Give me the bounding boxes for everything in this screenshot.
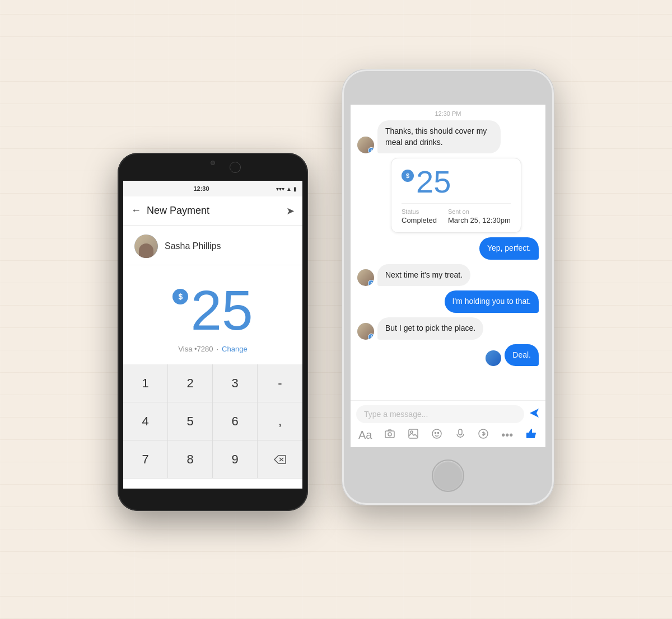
key-2[interactable]: 2 (168, 364, 213, 402)
like-icon[interactable] (525, 428, 538, 443)
camera (211, 161, 215, 165)
sender-avatar-3: f (357, 323, 374, 340)
key-9[interactable]: 9 (213, 440, 258, 479)
bubble-6: Deal. (505, 344, 539, 367)
status-value: Completed (402, 216, 437, 224)
key-backspace[interactable] (258, 440, 302, 479)
amount-display: 25 (190, 282, 253, 338)
back-button[interactable]: ← (131, 205, 141, 217)
chat-input-bar: Type a message... Aa (351, 400, 545, 447)
aa-icon[interactable]: Aa (358, 429, 372, 442)
svg-point-3 (388, 433, 391, 436)
dollar-badge: $ (172, 289, 188, 304)
toolbar-icons: Aa (356, 428, 540, 443)
status-icons: ▾▾▾ ▲ ▮ (276, 186, 297, 192)
bubble-2: Yep, perfect. (479, 237, 539, 260)
camera-icon[interactable] (384, 428, 395, 442)
signal-icon: ▾▾▾ (276, 186, 284, 192)
sent-meta: Sent on March 25, 12:30pm (448, 208, 511, 224)
key-minus[interactable]: - (258, 364, 302, 402)
key-7[interactable]: 7 (123, 440, 168, 479)
image-icon[interactable] (408, 428, 419, 442)
msg-row-6: Deal. (357, 344, 539, 367)
payment-amount-chat: $ 25 (402, 166, 511, 198)
recipient-avatar (134, 235, 158, 258)
key-8[interactable]: 8 (168, 440, 213, 479)
msg-row-4: I'm holding you to that. (357, 290, 539, 313)
keypad: 1 2 3 - 4 5 6 , 7 8 9 (123, 364, 302, 479)
dollar-badge-chat: $ (402, 170, 414, 182)
sent-label: Sent on (448, 208, 511, 215)
amount-row: $ 25 (172, 282, 253, 338)
messages-list: f Thanks, this should cover my meal and … (351, 120, 545, 400)
svg-point-6 (432, 429, 441, 438)
msg-row-3: f Next time it's my treat. (357, 264, 539, 287)
dollar-icon[interactable] (478, 428, 489, 442)
iphone-screen: 12:30 PM f Thanks, this should cover my … (351, 105, 545, 447)
chat-area: 12:30 PM f Thanks, this should cover my … (351, 105, 545, 447)
status-meta: Status Completed (402, 208, 437, 224)
key-3[interactable]: 3 (213, 364, 258, 402)
mic-icon[interactable] (455, 428, 466, 442)
msg-row-1: f Thanks, this should cover my meal and … (357, 120, 539, 153)
android-phone: 12:30 ▾▾▾ ▲ ▮ ← New Payment ➤ Sasha Phil… (118, 153, 308, 511)
iphone: 12:30 PM f Thanks, this should cover my … (342, 69, 554, 505)
svg-point-7 (435, 433, 436, 434)
appbar-title: New Payment (147, 205, 281, 217)
home-button[interactable] (432, 459, 464, 492)
key-4[interactable]: 4 (123, 402, 168, 440)
change-card-link[interactable]: Change (222, 345, 248, 353)
send-button[interactable]: ➤ (286, 205, 295, 217)
sender-avatar-1: f (357, 137, 374, 153)
bubble-3: Next time it's my treat. (377, 264, 470, 287)
iphone-inner: 12:30 PM f Thanks, this should cover my … (344, 71, 552, 503)
bubble-1: Thanks, this should cover my meal and dr… (377, 120, 501, 153)
status-time: 12:30 (193, 185, 209, 192)
android-appbar: ← New Payment ➤ (123, 196, 302, 226)
key-6[interactable]: 6 (213, 402, 258, 440)
svg-rect-4 (409, 429, 418, 438)
recipient-row: Sasha Phillips (123, 226, 302, 265)
card-info: Visa •7280 · Change (178, 345, 247, 353)
fb-badge-3: f (368, 334, 374, 340)
svg-point-8 (437, 433, 438, 434)
amount-chat: 25 (416, 166, 451, 198)
emoji-icon[interactable] (431, 428, 442, 442)
fb-badge-1: f (368, 147, 374, 153)
key-5[interactable]: 5 (168, 402, 213, 440)
fingerprint-sensor (230, 162, 241, 173)
chat-input-row: Type a message... (356, 405, 540, 423)
sent-value: March 25, 12:30pm (448, 216, 511, 224)
message-input[interactable]: Type a message... (356, 405, 524, 423)
svg-rect-2 (385, 431, 394, 438)
status-label: Status (402, 208, 437, 215)
android-screen: 12:30 ▾▾▾ ▲ ▮ ← New Payment ➤ Sasha Phil… (123, 181, 302, 489)
payment-card-row: $ 25 Status Completed Sent on M (357, 158, 539, 233)
payment-card-chat: $ 25 Status Completed Sent on M (391, 158, 521, 233)
svg-rect-11 (526, 433, 529, 438)
bubble-5: But I get to pick the place. (377, 317, 483, 340)
send-message-button[interactable] (529, 407, 540, 421)
msg-row-2: Yep, perfect. (357, 237, 539, 260)
amount-area: $ 25 Visa •7280 · Change (123, 265, 302, 364)
more-icon[interactable]: ••• (501, 429, 513, 442)
fb-badge-2: f (368, 280, 374, 286)
wifi-icon: ▲ (286, 186, 292, 192)
status-bar: 12:30 ▾▾▾ ▲ ▮ (123, 181, 302, 196)
key-comma[interactable]: , (258, 402, 302, 440)
card-number: Visa •7280 (178, 345, 213, 353)
battery-icon: ▮ (293, 186, 297, 192)
svg-rect-9 (459, 429, 462, 435)
recipient-name: Sasha Phillips (165, 241, 221, 251)
chat-timestamp: 12:30 PM (351, 105, 545, 120)
sender-avatar-2: f (357, 269, 374, 286)
msg-row-5: f But I get to pick the place. (357, 317, 539, 340)
key-1[interactable]: 1 (123, 364, 168, 402)
bubble-4: I'm holding you to that. (445, 290, 539, 313)
payment-meta: Status Completed Sent on March 25, 12:30… (402, 203, 511, 224)
